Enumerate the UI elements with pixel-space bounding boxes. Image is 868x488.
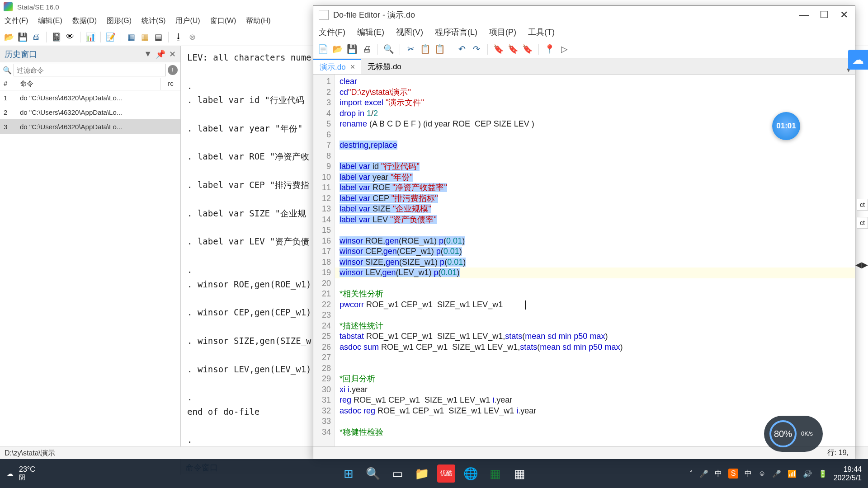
- edge-icon[interactable]: 🌐: [462, 465, 480, 483]
- menu-graph[interactable]: 图形(G): [107, 16, 132, 26]
- dofile-menu-file[interactable]: 文件(F): [319, 27, 345, 38]
- stata-task-icon[interactable]: ▦: [510, 465, 528, 483]
- start-icon[interactable]: ⊞: [340, 465, 358, 483]
- dofile-menu-view[interactable]: 视图(V): [396, 27, 423, 38]
- tab-close-icon[interactable]: ×: [350, 62, 355, 72]
- save-icon[interactable]: 💾: [17, 32, 28, 42]
- cut-icon[interactable]: ✂: [406, 44, 416, 55]
- data-browser-icon[interactable]: ▦: [139, 32, 150, 42]
- more-icon[interactable]: ⭳: [173, 32, 184, 42]
- redo-icon[interactable]: ↷: [471, 44, 482, 55]
- maximize-icon[interactable]: ☐: [819, 9, 830, 20]
- clock[interactable]: 19:44 2022/5/1: [834, 465, 862, 482]
- ime-lang-icon[interactable]: 中: [745, 469, 752, 479]
- side-collapse-icon[interactable]: ◀▶: [855, 260, 868, 270]
- menu-stats[interactable]: 统计(S): [142, 16, 165, 26]
- tab-label: 演示.do: [320, 62, 346, 72]
- history-header: 历史窗口 ▼ 📌 ✕: [0, 46, 180, 62]
- history-title: 历史窗口: [5, 49, 37, 60]
- wifi-icon[interactable]: 📶: [788, 469, 797, 478]
- menu-help[interactable]: 帮助(H): [246, 16, 270, 26]
- filter-icon[interactable]: ▼: [144, 49, 152, 59]
- code-content[interactable]: clearcd"D:\zy\stata\演示"import excel "演示文…: [335, 75, 855, 446]
- pin-icon[interactable]: 📌: [156, 49, 165, 59]
- variables-icon[interactable]: ▤: [153, 32, 164, 42]
- menu-user[interactable]: 用户(U): [175, 16, 200, 26]
- break-icon[interactable]: ⊗: [187, 32, 198, 42]
- history-row[interactable]: 1 do "C:\Users\46320\AppData\Lo...: [0, 90, 180, 105]
- undo-icon[interactable]: ↶: [457, 44, 467, 55]
- tray-mic2-icon[interactable]: 🎤: [772, 469, 781, 478]
- history-panel: 历史窗口 ▼ 📌 ✕ 🔍 ! # 命令 _rc 1 do "C:\Users\4…: [0, 46, 181, 474]
- close-icon[interactable]: ✕: [839, 9, 849, 20]
- tray-chevron-icon[interactable]: ˄: [689, 469, 693, 478]
- volume-icon[interactable]: 🔊: [803, 469, 812, 478]
- minimize-icon[interactable]: —: [799, 9, 810, 20]
- history-row[interactable]: 2 do "C:\Users\46320\AppData\Lo...: [0, 105, 180, 119]
- tab-inactive[interactable]: 无标题.do: [361, 59, 408, 74]
- find-icon[interactable]: 🔍: [383, 44, 394, 55]
- dofile-menu-project[interactable]: 项目(P): [489, 27, 516, 38]
- menu-data[interactable]: 数据(D): [72, 16, 97, 26]
- print-file-icon[interactable]: 🖨: [361, 44, 372, 55]
- dofile-toolbar: 📄 📂 💾 🖨 🔍 ✂ 📋 📋 ↶ ↷ 🔖 🔖 🔖 📍 ▷: [313, 40, 855, 58]
- ime-indicator[interactable]: 中: [715, 469, 722, 479]
- tab-active[interactable]: 演示.do ×: [313, 59, 361, 74]
- weather-cond: 阴: [19, 474, 35, 482]
- col-rc[interactable]: _rc: [160, 78, 180, 90]
- dofile-menu-edit[interactable]: 编辑(E): [357, 27, 384, 38]
- weather-widget[interactable]: ☁ 23°C 阴: [0, 465, 42, 482]
- bookmark-next-icon[interactable]: 🔖: [522, 44, 533, 55]
- tray-mic-icon[interactable]: 🎤: [699, 469, 708, 478]
- dofile-icon[interactable]: 📝: [105, 32, 116, 42]
- side-hint[interactable]: ct: [857, 217, 868, 229]
- tab-label: 无标题.do: [368, 61, 401, 72]
- log-icon[interactable]: 📓: [51, 32, 62, 42]
- copy-icon[interactable]: 📋: [420, 44, 431, 55]
- view-icon[interactable]: 👁: [65, 32, 75, 42]
- battery-icon[interactable]: 🔋: [818, 469, 827, 478]
- save-file-icon[interactable]: 💾: [347, 44, 358, 55]
- close-panel-icon[interactable]: ✕: [169, 49, 176, 59]
- dofile-menu-lang[interactable]: 程序语言(L): [435, 27, 477, 38]
- dofile-menubar: 文件(F) 编辑(E) 视图(V) 程序语言(L) 项目(P) 工具(T): [313, 24, 855, 40]
- dofile-menu-tools[interactable]: 工具(T): [528, 27, 555, 38]
- run-icon[interactable]: ▷: [559, 44, 570, 55]
- excel-icon[interactable]: ▦: [486, 465, 504, 483]
- dofile-tabs: 演示.do × 无标题.do ▾: [313, 58, 855, 75]
- paste-icon[interactable]: 📋: [434, 44, 445, 55]
- print-icon[interactable]: 🖨: [31, 32, 42, 42]
- data-editor-icon[interactable]: ▦: [126, 32, 137, 42]
- stata-title: Stata/SE 16.0: [17, 3, 59, 11]
- open-file-icon[interactable]: 📂: [332, 44, 343, 55]
- search-task-icon[interactable]: 🔍: [364, 465, 382, 483]
- stata-app-icon: [4, 2, 13, 11]
- tray-face-icon[interactable]: ☺: [758, 469, 765, 478]
- taskview-icon[interactable]: ▭: [388, 465, 406, 483]
- history-columns: # 命令 _rc: [0, 78, 180, 90]
- filter-badge[interactable]: !: [168, 65, 178, 75]
- bookmark-prev-icon[interactable]: 🔖: [508, 44, 519, 55]
- code-editor[interactable]: 1234567891011121314151617181920212223242…: [313, 75, 855, 446]
- windows-taskbar: ☁ 23°C 阴 ⊞ 🔍 ▭ 📁 优酷 🌐 ▦ ▦ ˄ 🎤 中 S 中 ☺ 🎤 …: [0, 459, 868, 488]
- bookmark-add-icon[interactable]: 🔖: [493, 44, 504, 55]
- side-hint[interactable]: ct: [857, 199, 868, 211]
- open-icon[interactable]: 📂: [4, 32, 14, 42]
- sogou-ime-icon[interactable]: S: [728, 469, 739, 479]
- history-row[interactable]: 3 do "C:\Users\46320\AppData\Lo...: [0, 119, 180, 134]
- explorer-icon[interactable]: 📁: [413, 465, 431, 483]
- graph-icon[interactable]: 📊: [85, 32, 96, 42]
- youku-icon[interactable]: 优酷: [437, 465, 455, 483]
- new-file-icon[interactable]: 📄: [318, 44, 329, 55]
- col-num[interactable]: #: [0, 78, 16, 90]
- cloud-sync-icon[interactable]: ☁: [848, 50, 868, 70]
- clock-date: 2022/5/1: [834, 474, 862, 482]
- menu-file[interactable]: 文件(F): [5, 16, 28, 26]
- dofile-app-icon: [319, 10, 329, 20]
- filter-input[interactable]: [14, 64, 166, 76]
- marker-icon[interactable]: 📍: [544, 44, 555, 55]
- dofile-titlebar[interactable]: Do-file Editor - 演示.do — ☐ ✕: [313, 6, 855, 24]
- menu-window[interactable]: 窗口(W): [210, 16, 236, 26]
- col-cmd[interactable]: 命令: [16, 78, 160, 90]
- menu-edit[interactable]: 编辑(E): [38, 16, 62, 26]
